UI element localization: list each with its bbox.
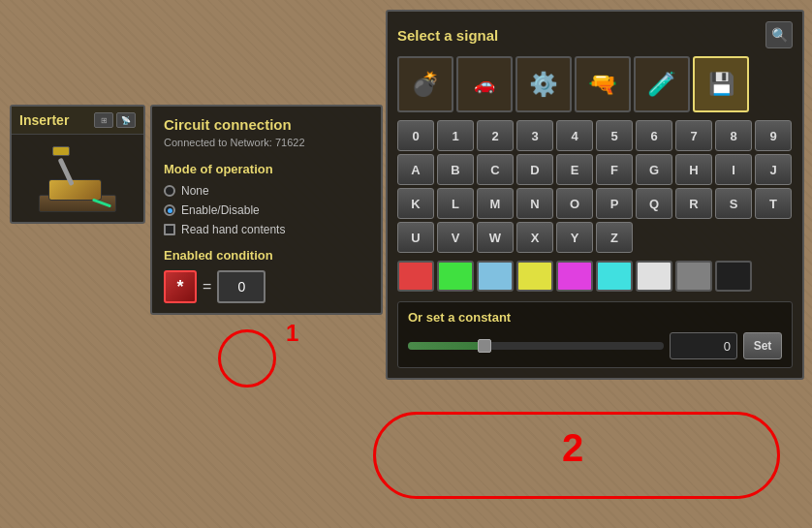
constant-section: Or set a constant Set (397, 301, 793, 368)
constant-value-input[interactable] (670, 332, 737, 359)
btn-U[interactable]: U (397, 222, 434, 253)
btn-4[interactable]: 4 (556, 120, 593, 151)
inserter-icons: ⊞ 📡 (94, 112, 136, 128)
btn-L[interactable]: L (437, 188, 474, 219)
circuit-panel: Circuit connection Connected to Network:… (150, 105, 383, 315)
btn-D[interactable]: D (516, 154, 553, 185)
read-hand-label: Read hand contents (181, 223, 285, 236)
grid-row-numbers: 0 1 2 3 4 5 6 7 8 9 (397, 120, 793, 151)
swatch-green[interactable] (437, 261, 474, 292)
btn-I[interactable]: I (715, 154, 752, 185)
enabled-title: Enabled condition (164, 248, 369, 263)
grid-row-u-z: U V W X Y Z (397, 222, 793, 253)
read-hand-option[interactable]: Read hand contents (164, 223, 369, 236)
enabled-section: Enabled condition * = 0 (164, 248, 369, 303)
equals-sign: = (203, 278, 211, 295)
search-button[interactable]: 🔍 (765, 21, 793, 48)
items-row: 💣 🚗 ⚙️ 🔫 🧪 💾 (397, 56, 793, 112)
btn-5[interactable]: 5 (596, 120, 633, 151)
grid-row-k-t: K L M N O P Q R S T (397, 188, 793, 219)
btn-P[interactable]: P (596, 188, 633, 219)
slider-container (408, 342, 664, 350)
signal-panel: Select a signal 🔍 💣 🚗 ⚙️ 🔫 🧪 💾 0 1 2 3 4… (386, 10, 804, 380)
btn-Q[interactable]: Q (636, 188, 672, 219)
btn-0[interactable]: 0 (397, 120, 434, 151)
swatch-cyan[interactable] (477, 261, 514, 292)
btn-X[interactable]: X (516, 222, 553, 253)
inserter-sprite (39, 144, 116, 212)
swatch-pink[interactable] (556, 261, 593, 292)
btn-M[interactable]: M (477, 188, 514, 219)
item-slot-gear[interactable]: ⚙️ (515, 56, 572, 112)
none-option[interactable]: None (164, 184, 369, 198)
none-label: None (181, 184, 209, 198)
none-radio[interactable] (164, 185, 175, 197)
value-box[interactable]: 0 (217, 270, 265, 303)
item-slot-explosive[interactable]: 💣 (397, 56, 453, 112)
slider-fill (408, 342, 484, 350)
constant-label: Or set a constant (408, 310, 782, 325)
btn-8[interactable]: 8 (715, 120, 752, 151)
btn-T[interactable]: T (755, 188, 792, 219)
swatch-black[interactable] (715, 261, 752, 292)
item-slot-flask[interactable]: 🧪 (634, 56, 690, 112)
enable-disable-label: Enable/Disable (181, 203, 260, 217)
btn-N[interactable]: N (516, 188, 553, 219)
inserter-panel: Inserter ⊞ 📡 (10, 105, 145, 224)
btn-W[interactable]: W (477, 222, 514, 253)
btn-K[interactable]: K (397, 188, 434, 219)
constant-row: Set (408, 332, 782, 359)
btn-B[interactable]: B (437, 154, 474, 185)
btn-7[interactable]: 7 (675, 120, 712, 151)
btn-2[interactable]: 2 (477, 120, 514, 151)
grid-row-a-j: A B C D E F G H I J (397, 154, 793, 185)
signal-grid: 0 1 2 3 4 5 6 7 8 9 A B C D E F G H I J … (397, 120, 793, 253)
btn-S[interactable]: S (715, 188, 752, 219)
inserter-header: Inserter ⊞ 📡 (12, 107, 143, 135)
circuit-network: Connected to Network: 71622 (164, 137, 369, 148)
enable-disable-option[interactable]: Enable/Disable (164, 203, 369, 217)
circuit-title: Circuit connection (164, 116, 369, 133)
inserter-image (12, 135, 143, 222)
swatch-yellow[interactable] (516, 261, 553, 292)
btn-O[interactable]: O (556, 188, 593, 219)
btn-G[interactable]: G (636, 154, 672, 185)
enable-disable-radio[interactable] (164, 204, 175, 216)
item-slot-gun[interactable]: 🔫 (575, 56, 631, 112)
signal-icon[interactable]: 📡 (116, 112, 136, 128)
signal-title: Select a signal (397, 27, 498, 44)
btn-1[interactable]: 1 (437, 120, 474, 151)
btn-H[interactable]: H (675, 154, 712, 185)
swatch-gray[interactable] (675, 261, 712, 292)
btn-Y[interactable]: Y (556, 222, 593, 253)
item-slot-tank[interactable]: 🚗 (456, 56, 513, 112)
slider-track[interactable] (408, 342, 664, 350)
color-swatches (397, 261, 793, 292)
btn-V[interactable]: V (437, 222, 474, 253)
swatch-red[interactable] (397, 261, 434, 292)
btn-3[interactable]: 3 (516, 120, 553, 151)
btn-9[interactable]: 9 (755, 120, 792, 151)
btn-E[interactable]: E (556, 154, 593, 185)
slider-thumb[interactable] (478, 339, 491, 353)
btn-C[interactable]: C (477, 154, 514, 185)
btn-Z[interactable]: Z (596, 222, 633, 253)
enabled-condition-row: * = 0 (164, 270, 369, 303)
btn-R[interactable]: R (675, 188, 712, 219)
swatch-teal[interactable] (596, 261, 633, 292)
condition-value: 0 (237, 279, 245, 295)
set-button[interactable]: Set (743, 332, 782, 359)
read-hand-checkbox[interactable] (164, 224, 175, 235)
btn-6[interactable]: 6 (636, 120, 672, 151)
item-slot-circuit[interactable]: 💾 (693, 56, 749, 112)
mode-title: Mode of operation (164, 162, 369, 176)
network-icon[interactable]: ⊞ (94, 112, 113, 128)
btn-A[interactable]: A (397, 154, 434, 185)
swatch-white[interactable] (636, 261, 672, 292)
signal-header: Select a signal 🔍 (397, 21, 793, 48)
btn-F[interactable]: F (596, 154, 633, 185)
btn-J[interactable]: J (755, 154, 792, 185)
inserter-title: Inserter (19, 112, 69, 128)
signal-symbol: * (176, 277, 183, 297)
signal-selector-box[interactable]: * (164, 270, 197, 303)
